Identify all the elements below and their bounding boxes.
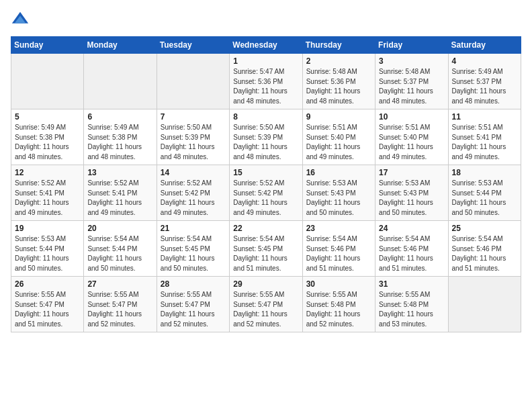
column-header-sunday: Sunday [11,37,84,54]
day-detail: Sunrise: 5:55 AM Sunset: 5:47 PM Dayligh… [233,290,298,329]
day-detail: Sunrise: 5:53 AM Sunset: 5:43 PM Dayligh… [306,179,371,218]
day-detail: Sunrise: 5:53 AM Sunset: 5:44 PM Dayligh… [452,179,517,218]
day-number: 27 [87,279,152,289]
calendar-cell: 3Sunrise: 5:48 AM Sunset: 5:37 PM Daylig… [375,54,448,109]
column-header-monday: Monday [84,37,157,54]
calendar-week-row: 12Sunrise: 5:52 AM Sunset: 5:41 PM Dayli… [11,165,521,221]
day-number: 10 [379,112,444,122]
day-number: 23 [306,224,371,233]
calendar-cell: 5Sunrise: 5:49 AM Sunset: 5:38 PM Daylig… [11,109,84,165]
day-number: 22 [233,224,298,233]
day-number: 13 [87,168,152,177]
day-detail: Sunrise: 5:50 AM Sunset: 5:39 PM Dayligh… [161,123,226,162]
calendar-cell: 27Sunrise: 5:55 AM Sunset: 5:47 PM Dayli… [84,277,157,332]
day-detail: Sunrise: 5:54 AM Sunset: 5:44 PM Dayligh… [87,234,152,273]
day-detail: Sunrise: 5:50 AM Sunset: 5:39 PM Dayligh… [233,123,298,162]
day-number: 31 [379,279,444,289]
day-detail: Sunrise: 5:49 AM Sunset: 5:38 PM Dayligh… [15,123,80,162]
calendar-cell: 7Sunrise: 5:50 AM Sunset: 5:39 PM Daylig… [157,109,229,165]
calendar-cell: 18Sunrise: 5:53 AM Sunset: 5:44 PM Dayli… [448,165,521,221]
day-number: 9 [306,112,371,122]
calendar-cell: 16Sunrise: 5:53 AM Sunset: 5:43 PM Dayli… [302,165,375,221]
calendar-cell: 17Sunrise: 5:53 AM Sunset: 5:43 PM Dayli… [375,165,448,221]
day-detail: Sunrise: 5:55 AM Sunset: 5:47 PM Dayligh… [15,290,80,329]
day-number: 3 [379,56,444,66]
day-detail: Sunrise: 5:55 AM Sunset: 5:48 PM Dayligh… [306,290,371,329]
day-number: 4 [452,56,517,66]
page-header [11,11,521,30]
calendar-cell: 21Sunrise: 5:54 AM Sunset: 5:45 PM Dayli… [157,221,229,277]
column-header-thursday: Thursday [302,37,375,54]
column-header-wednesday: Wednesday [230,37,302,54]
calendar-week-row: 19Sunrise: 5:53 AM Sunset: 5:44 PM Dayli… [11,221,521,277]
calendar-week-row: 26Sunrise: 5:55 AM Sunset: 5:47 PM Dayli… [11,277,521,332]
column-header-tuesday: Tuesday [157,37,229,54]
calendar-cell: 22Sunrise: 5:54 AM Sunset: 5:45 PM Dayli… [230,221,302,277]
calendar-cell: 2Sunrise: 5:48 AM Sunset: 5:36 PM Daylig… [302,54,375,109]
calendar-table: SundayMondayTuesdayWednesdayThursdayFrid… [11,36,521,332]
day-number: 5 [15,112,80,122]
day-detail: Sunrise: 5:52 AM Sunset: 5:41 PM Dayligh… [15,179,80,218]
calendar-cell: 30Sunrise: 5:55 AM Sunset: 5:48 PM Dayli… [302,277,375,332]
calendar-cell [84,54,157,109]
calendar-cell: 23Sunrise: 5:54 AM Sunset: 5:46 PM Dayli… [302,221,375,277]
calendar-cell: 29Sunrise: 5:55 AM Sunset: 5:47 PM Dayli… [230,277,302,332]
column-header-friday: Friday [375,37,448,54]
day-number: 6 [87,112,152,122]
day-number: 29 [233,279,298,289]
day-number: 2 [306,56,371,66]
calendar-cell: 13Sunrise: 5:52 AM Sunset: 5:41 PM Dayli… [84,165,157,221]
day-number: 24 [379,224,444,233]
day-detail: Sunrise: 5:51 AM Sunset: 5:40 PM Dayligh… [379,123,444,162]
day-detail: Sunrise: 5:54 AM Sunset: 5:45 PM Dayligh… [161,234,226,273]
day-number: 19 [15,224,80,233]
calendar-header-row: SundayMondayTuesdayWednesdayThursdayFrid… [11,37,521,54]
day-detail: Sunrise: 5:49 AM Sunset: 5:38 PM Dayligh… [87,123,152,162]
day-number: 12 [15,168,80,177]
day-number: 15 [233,168,298,177]
calendar-cell: 31Sunrise: 5:55 AM Sunset: 5:48 PM Dayli… [375,277,448,332]
calendar-cell: 15Sunrise: 5:52 AM Sunset: 5:42 PM Dayli… [230,165,302,221]
day-number: 20 [87,224,152,233]
day-detail: Sunrise: 5:54 AM Sunset: 5:46 PM Dayligh… [379,234,444,273]
logo-icon [11,11,30,30]
calendar-cell: 19Sunrise: 5:53 AM Sunset: 5:44 PM Dayli… [11,221,84,277]
logo [11,11,32,30]
day-number: 28 [161,279,226,289]
calendar-cell: 9Sunrise: 5:51 AM Sunset: 5:40 PM Daylig… [302,109,375,165]
day-number: 11 [452,112,517,122]
day-detail: Sunrise: 5:54 AM Sunset: 5:46 PM Dayligh… [306,234,371,273]
calendar-cell: 24Sunrise: 5:54 AM Sunset: 5:46 PM Dayli… [375,221,448,277]
day-number: 7 [161,112,226,122]
calendar-week-row: 1Sunrise: 5:47 AM Sunset: 5:36 PM Daylig… [11,54,521,109]
calendar-cell [448,277,521,332]
calendar-cell: 14Sunrise: 5:52 AM Sunset: 5:42 PM Dayli… [157,165,229,221]
calendar-week-row: 5Sunrise: 5:49 AM Sunset: 5:38 PM Daylig… [11,109,521,165]
day-number: 26 [15,279,80,289]
calendar-cell: 1Sunrise: 5:47 AM Sunset: 5:36 PM Daylig… [230,54,302,109]
day-detail: Sunrise: 5:52 AM Sunset: 5:41 PM Dayligh… [87,179,152,218]
calendar-cell: 11Sunrise: 5:51 AM Sunset: 5:41 PM Dayli… [448,109,521,165]
day-detail: Sunrise: 5:48 AM Sunset: 5:36 PM Dayligh… [306,67,371,106]
calendar-cell: 26Sunrise: 5:55 AM Sunset: 5:47 PM Dayli… [11,277,84,332]
day-detail: Sunrise: 5:55 AM Sunset: 5:47 PM Dayligh… [161,290,226,329]
calendar-cell: 8Sunrise: 5:50 AM Sunset: 5:39 PM Daylig… [230,109,302,165]
day-detail: Sunrise: 5:53 AM Sunset: 5:43 PM Dayligh… [379,179,444,218]
calendar-cell: 12Sunrise: 5:52 AM Sunset: 5:41 PM Dayli… [11,165,84,221]
day-number: 17 [379,168,444,177]
day-detail: Sunrise: 5:54 AM Sunset: 5:45 PM Dayligh… [233,234,298,273]
calendar-cell [11,54,84,109]
day-number: 16 [306,168,371,177]
day-detail: Sunrise: 5:52 AM Sunset: 5:42 PM Dayligh… [161,179,226,218]
day-number: 1 [233,56,298,66]
day-number: 30 [306,279,371,289]
calendar-cell: 10Sunrise: 5:51 AM Sunset: 5:40 PM Dayli… [375,109,448,165]
calendar-cell: 28Sunrise: 5:55 AM Sunset: 5:47 PM Dayli… [157,277,229,332]
column-header-saturday: Saturday [448,37,521,54]
day-detail: Sunrise: 5:55 AM Sunset: 5:48 PM Dayligh… [379,290,444,329]
day-detail: Sunrise: 5:55 AM Sunset: 5:47 PM Dayligh… [87,290,152,329]
day-number: 25 [452,224,517,233]
day-detail: Sunrise: 5:51 AM Sunset: 5:41 PM Dayligh… [452,123,517,162]
calendar-cell: 6Sunrise: 5:49 AM Sunset: 5:38 PM Daylig… [84,109,157,165]
day-number: 8 [233,112,298,122]
